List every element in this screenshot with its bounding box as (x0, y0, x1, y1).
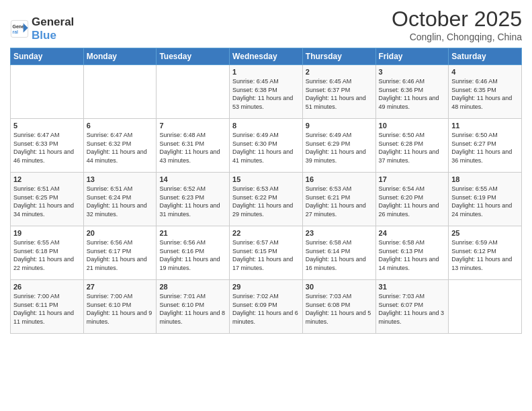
logo-icon: Gene ral (10, 19, 29, 38)
col-header-sunday: Sunday (11, 48, 84, 65)
day-info: Sunrise: 6:47 AM Sunset: 6:33 PM Dayligh… (13, 131, 81, 165)
day-number: 5 (13, 122, 81, 130)
day-cell: 11Sunrise: 6:50 AM Sunset: 6:27 PM Dayli… (449, 119, 522, 173)
day-number: 18 (451, 175, 519, 183)
day-info: Sunrise: 6:50 AM Sunset: 6:28 PM Dayligh… (379, 131, 446, 165)
day-cell: 25Sunrise: 6:59 AM Sunset: 6:12 PM Dayli… (449, 226, 522, 280)
day-cell: 14Sunrise: 6:52 AM Sunset: 6:23 PM Dayli… (157, 173, 230, 226)
day-cell: 7Sunrise: 6:48 AM Sunset: 6:31 PM Daylig… (157, 119, 230, 173)
week-row-1: 1Sunrise: 6:45 AM Sunset: 6:38 PM Daylig… (11, 65, 522, 119)
day-cell: 28Sunrise: 7:01 AM Sunset: 6:10 PM Dayli… (157, 280, 230, 334)
title-block: October 2025 Conglin, Chongqing, China (392, 7, 522, 42)
day-info: Sunrise: 6:55 AM Sunset: 6:18 PM Dayligh… (13, 238, 81, 272)
day-cell: 26Sunrise: 7:00 AM Sunset: 6:11 PM Dayli… (11, 280, 84, 334)
day-info: Sunrise: 7:03 AM Sunset: 6:08 PM Dayligh… (306, 292, 373, 326)
day-info: Sunrise: 6:55 AM Sunset: 6:19 PM Dayligh… (451, 185, 519, 218)
day-info: Sunrise: 6:59 AM Sunset: 6:12 PM Dayligh… (451, 238, 519, 272)
day-cell: 2Sunrise: 6:45 AM Sunset: 6:37 PM Daylig… (302, 65, 375, 119)
col-header-monday: Monday (83, 48, 157, 65)
day-cell: 8Sunrise: 6:49 AM Sunset: 6:30 PM Daylig… (230, 119, 303, 173)
day-number: 28 (159, 283, 226, 291)
day-cell (83, 65, 157, 119)
day-cell: 18Sunrise: 6:55 AM Sunset: 6:19 PM Dayli… (449, 173, 522, 226)
day-info: Sunrise: 6:58 AM Sunset: 6:13 PM Dayligh… (379, 238, 446, 272)
day-cell: 15Sunrise: 6:53 AM Sunset: 6:22 PM Dayli… (230, 173, 303, 226)
day-cell: 17Sunrise: 6:54 AM Sunset: 6:20 PM Dayli… (375, 173, 449, 226)
day-number: 2 (306, 68, 373, 76)
day-info: Sunrise: 6:57 AM Sunset: 6:15 PM Dayligh… (232, 238, 300, 272)
day-number: 30 (306, 283, 373, 291)
day-number: 13 (87, 175, 154, 183)
week-row-3: 12Sunrise: 6:51 AM Sunset: 6:25 PM Dayli… (11, 173, 522, 226)
day-cell: 21Sunrise: 6:56 AM Sunset: 6:16 PM Dayli… (157, 226, 230, 280)
day-info: Sunrise: 6:48 AM Sunset: 6:31 PM Dayligh… (159, 131, 226, 165)
logo: Gene ral General Blue (10, 15, 74, 42)
day-cell: 6Sunrise: 6:47 AM Sunset: 6:32 PM Daylig… (83, 119, 157, 173)
day-cell: 9Sunrise: 6:49 AM Sunset: 6:29 PM Daylig… (302, 119, 375, 173)
day-info: Sunrise: 6:50 AM Sunset: 6:27 PM Dayligh… (451, 131, 519, 165)
day-info: Sunrise: 6:46 AM Sunset: 6:36 PM Dayligh… (379, 77, 446, 111)
day-cell: 24Sunrise: 6:58 AM Sunset: 6:13 PM Dayli… (375, 226, 449, 280)
day-info: Sunrise: 6:52 AM Sunset: 6:23 PM Dayligh… (159, 185, 226, 218)
col-header-friday: Friday (375, 48, 449, 65)
day-cell: 13Sunrise: 6:51 AM Sunset: 6:24 PM Dayli… (83, 173, 157, 226)
day-info: Sunrise: 6:51 AM Sunset: 6:25 PM Dayligh… (13, 185, 81, 218)
day-cell (11, 65, 84, 119)
day-number: 9 (306, 122, 373, 130)
day-info: Sunrise: 7:00 AM Sunset: 6:10 PM Dayligh… (87, 292, 154, 326)
day-number: 22 (232, 229, 300, 237)
day-info: Sunrise: 6:45 AM Sunset: 6:38 PM Dayligh… (232, 77, 300, 111)
svg-text:ral: ral (13, 30, 19, 34)
col-header-thursday: Thursday (302, 48, 375, 65)
col-header-tuesday: Tuesday (157, 48, 230, 65)
day-number: 8 (232, 122, 300, 130)
day-info: Sunrise: 6:49 AM Sunset: 6:29 PM Dayligh… (306, 131, 373, 165)
day-number: 12 (13, 175, 81, 183)
day-cell: 23Sunrise: 6:58 AM Sunset: 6:14 PM Dayli… (302, 226, 375, 280)
day-cell (449, 280, 522, 334)
location-title: Conglin, Chongqing, China (392, 32, 522, 42)
day-number: 23 (306, 229, 373, 237)
day-cell: 12Sunrise: 6:51 AM Sunset: 6:25 PM Dayli… (11, 173, 84, 226)
logo-general-text: General Blue (32, 15, 74, 42)
week-row-2: 5Sunrise: 6:47 AM Sunset: 6:33 PM Daylig… (11, 119, 522, 173)
day-cell: 5Sunrise: 6:47 AM Sunset: 6:33 PM Daylig… (11, 119, 84, 173)
day-cell: 16Sunrise: 6:53 AM Sunset: 6:21 PM Dayli… (302, 173, 375, 226)
day-info: Sunrise: 6:51 AM Sunset: 6:24 PM Dayligh… (87, 185, 154, 218)
day-cell (157, 65, 230, 119)
day-info: Sunrise: 6:58 AM Sunset: 6:14 PM Dayligh… (306, 238, 373, 272)
day-info: Sunrise: 7:00 AM Sunset: 6:11 PM Dayligh… (13, 292, 81, 326)
day-number: 6 (87, 122, 154, 130)
calendar-table: SundayMondayTuesdayWednesdayThursdayFrid… (10, 48, 522, 334)
day-cell: 4Sunrise: 6:46 AM Sunset: 6:35 PM Daylig… (449, 65, 522, 119)
day-info: Sunrise: 6:47 AM Sunset: 6:32 PM Dayligh… (87, 131, 154, 165)
day-info: Sunrise: 7:03 AM Sunset: 6:07 PM Dayligh… (379, 292, 446, 326)
day-info: Sunrise: 6:56 AM Sunset: 6:16 PM Dayligh… (159, 238, 226, 272)
day-number: 4 (451, 68, 519, 76)
day-cell: 29Sunrise: 7:02 AM Sunset: 6:09 PM Dayli… (230, 280, 303, 334)
col-header-wednesday: Wednesday (230, 48, 303, 65)
day-number: 7 (159, 122, 226, 130)
week-row-4: 19Sunrise: 6:55 AM Sunset: 6:18 PM Dayli… (11, 226, 522, 280)
day-number: 1 (232, 68, 300, 76)
day-info: Sunrise: 6:45 AM Sunset: 6:37 PM Dayligh… (306, 77, 373, 111)
day-number: 19 (13, 229, 81, 237)
day-number: 14 (159, 175, 226, 183)
day-cell: 30Sunrise: 7:03 AM Sunset: 6:08 PM Dayli… (302, 280, 375, 334)
day-cell: 20Sunrise: 6:56 AM Sunset: 6:17 PM Dayli… (83, 226, 157, 280)
day-number: 21 (159, 229, 226, 237)
day-number: 24 (379, 229, 446, 237)
day-number: 26 (13, 283, 81, 291)
month-title: October 2025 (392, 7, 522, 32)
day-cell: 31Sunrise: 7:03 AM Sunset: 6:07 PM Dayli… (375, 280, 449, 334)
day-number: 10 (379, 122, 446, 130)
day-cell: 10Sunrise: 6:50 AM Sunset: 6:28 PM Dayli… (375, 119, 449, 173)
header-row: SundayMondayTuesdayWednesdayThursdayFrid… (11, 48, 522, 65)
day-cell: 22Sunrise: 6:57 AM Sunset: 6:15 PM Dayli… (230, 226, 303, 280)
header: Gene ral General Blue October 2025 Congl… (10, 7, 522, 42)
day-cell: 3Sunrise: 6:46 AM Sunset: 6:36 PM Daylig… (375, 65, 449, 119)
day-info: Sunrise: 7:01 AM Sunset: 6:10 PM Dayligh… (159, 292, 226, 326)
day-number: 27 (87, 283, 154, 291)
day-number: 29 (232, 283, 300, 291)
svg-text:Gene: Gene (13, 24, 25, 29)
